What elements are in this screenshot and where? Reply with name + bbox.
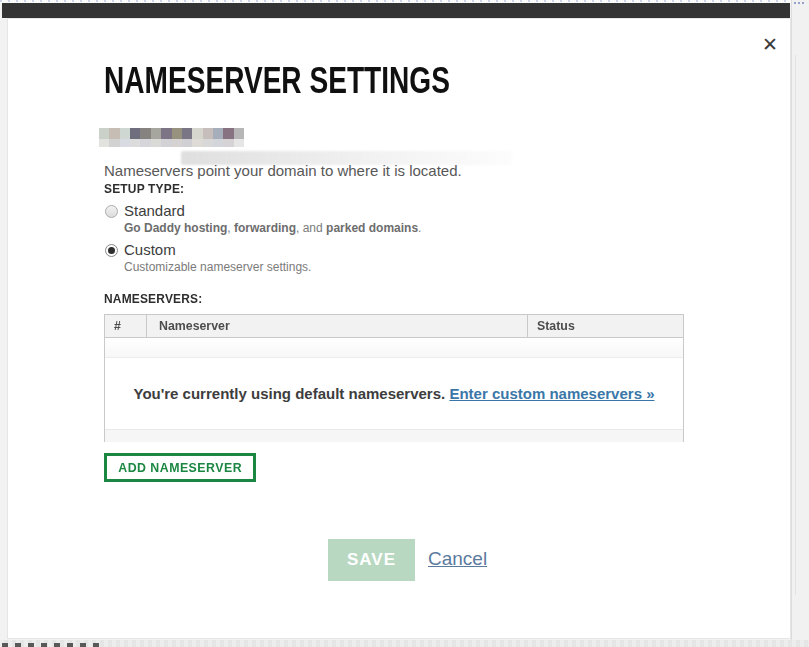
background-page-bottom-fragment [0,640,809,647]
standard-desc-sep: , [227,221,234,235]
dialog-title: NAMESERVER SETTINGS [104,60,450,102]
custom-radio-description: Customizable nameserver settings. [124,260,311,274]
background-page-right-fragment [791,0,809,647]
redaction-block [130,139,140,147]
intro-text: Nameservers point your domain to where i… [104,162,462,179]
standard-desc-sep: . [418,221,421,235]
column-header-status-text: Status [537,315,575,337]
setup-type-label: SETUP TYPE: [104,181,191,196]
table-empty-row [105,338,683,358]
redaction-block [140,128,150,139]
redaction-block [109,128,119,139]
redaction-block [151,139,161,147]
standard-radio[interactable] [105,205,118,218]
redaction-block [109,139,119,147]
redacted-domain-name [99,128,244,147]
standard-radio-label[interactable]: Standard [124,202,185,219]
redaction-block [99,128,109,139]
add-nameserver-button[interactable]: ADD NAMESERVER [104,453,256,482]
redaction-row [99,128,244,139]
redaction-block [213,139,223,147]
redaction-block [223,139,233,147]
nameservers-label: NAMESERVERS: [104,291,211,306]
column-header-status: Status [528,315,683,337]
setup-type-label-text: SETUP TYPE: [104,181,184,196]
standard-desc-bold: parked domains [326,221,418,235]
table-message-row: You're currently using default nameserve… [105,358,683,429]
redaction-block [120,128,130,139]
redaction-block [130,128,140,139]
background-dark-toolbar [2,3,790,18]
custom-radio[interactable] [105,244,118,257]
redaction-block [203,139,213,147]
standard-desc-bold: Go Daddy hosting [124,221,227,235]
column-header-nameserver: Nameserver [147,315,528,337]
redaction-block [161,128,171,139]
redaction-block [151,128,161,139]
add-nameserver-button-label: ADD NAMESERVER [118,460,242,475]
cancel-link[interactable]: Cancel [428,548,487,570]
redaction-block [182,128,192,139]
redaction-block [120,139,130,147]
standard-desc-sep: , and [296,221,326,235]
nameservers-table: # Nameserver Status You're currently usi… [104,314,684,442]
custom-radio-label[interactable]: Custom [124,241,176,258]
redaction-row [99,139,244,147]
redaction-block [140,139,150,147]
nameservers-label-text: NAMESERVERS: [104,291,202,306]
close-icon[interactable]: ✕ [759,34,781,56]
redaction-block [192,139,202,147]
default-nameservers-message: You're currently using default nameserve… [133,385,445,402]
nameserver-settings-dialog: ✕ NAMESERVER SETTINGS Nameservers point … [7,18,791,639]
redaction-block [161,139,171,147]
standard-desc-bold: forwarding [234,221,296,235]
enter-custom-nameservers-link[interactable]: Enter custom nameservers » [449,385,654,402]
column-header-number: # [105,315,147,337]
column-header-number-text: # [114,315,121,337]
redaction-block [182,139,192,147]
redaction-block [192,128,202,139]
standard-radio-description: Go Daddy hosting, forwarding, and parked… [124,221,421,235]
redaction-block [234,139,244,147]
redaction-block [203,128,213,139]
redaction-block [234,128,244,139]
save-button[interactable]: SAVE [328,539,415,581]
table-header-row: # Nameserver Status [105,315,683,338]
table-footer-strip [105,429,683,442]
background-cutoff-text [2,643,102,647]
redaction-block [99,139,109,147]
redaction-block [172,139,182,147]
redaction-block [172,128,182,139]
redaction-block [213,128,223,139]
column-header-nameserver-text: Nameserver [159,315,230,337]
redaction-block [223,128,233,139]
